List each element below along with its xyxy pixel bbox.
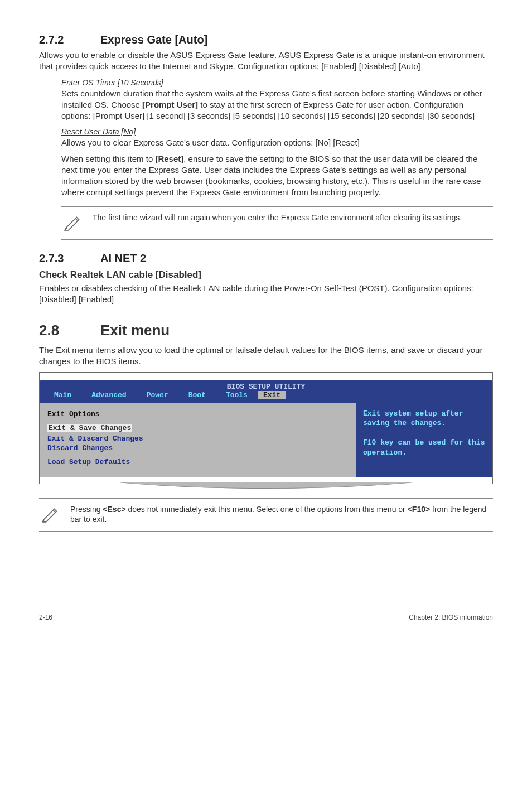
bios-item-discard: Discard Changes [47, 444, 348, 452]
section-heading-28: 2.8Exit menu [39, 322, 493, 339]
bios-tab-power: Power [137, 391, 178, 399]
bios-tabs: Main Advanced Power Boot Tools Exit [40, 391, 492, 403]
note-block-1: The first time wizard will run again whe… [61, 206, 493, 240]
pencil-icon [64, 212, 83, 234]
bios-title: BIOS SETUP UTILITY [40, 380, 492, 391]
enter-os-timer-text: Sets countdown duration that the system … [61, 88, 493, 122]
note-text-2: Pressing <Esc> does not immediately exit… [70, 504, 491, 525]
footer-page-number: 2-16 [39, 613, 52, 621]
section-title-273: AI NET 2 [100, 252, 146, 264]
section-title-28: Exit menu [100, 322, 170, 339]
bios-item-load-defaults: Load Setup Defaults [47, 458, 348, 466]
section-number-28: 2.8 [39, 322, 100, 339]
bios-item-save-changes: Exit & Save Changes [47, 424, 132, 432]
bios-tab-main: Main [44, 391, 81, 399]
reset-user-data-text1: Allows you to clear Express Gate's user … [61, 137, 493, 148]
note2-esc: <Esc> [103, 505, 125, 514]
reset-user-data-text2: When setting this item to [Reset], ensur… [61, 153, 493, 199]
note2-f10: <F10> [408, 505, 430, 514]
bios-tab-boot: Boot [178, 391, 216, 399]
bios-side-panel: Exit system setup after saving the chang… [356, 403, 492, 477]
note-block-2: Pressing <Esc> does not immediately exit… [39, 498, 493, 532]
bios-side-text: Exit system setup after saving the chang… [363, 409, 486, 458]
footer-chapter: Chapter 2: BIOS information [409, 613, 493, 621]
section-intro-28: The Exit menu items allow you to load th… [39, 345, 493, 368]
note2-part-a: Pressing [70, 505, 103, 514]
bios-tab-tools: Tools [216, 391, 258, 399]
bios-item-discard-changes: Exit & Discard Changes [47, 434, 348, 443]
reset-user-data-heading: Reset User Data [No] [61, 127, 493, 136]
reset-bold: [Reset] [155, 154, 183, 163]
page-footer: 2-16 Chapter 2: BIOS information [39, 610, 493, 621]
section-intro-272: Allows you to enable or disable the ASUS… [39, 50, 493, 73]
note-text-1: The first time wizard will run again whe… [93, 212, 462, 223]
pencil-icon [41, 504, 60, 525]
timer-bold-prompt-user: [Prompt User] [142, 100, 198, 109]
bios-tab-exit: Exit [258, 391, 286, 399]
section-number-273: 2.7.3 [39, 252, 100, 265]
bios-screenshot: BIOS SETUP UTILITY Main Advanced Power B… [39, 372, 493, 490]
bios-bottom-curve [40, 482, 492, 490]
bios-exit-options-heading: Exit Options [47, 410, 348, 418]
section-number: 2.7.2 [39, 33, 100, 46]
bios-main-panel: Exit Options Exit & Save Changes Exit & … [40, 403, 356, 477]
enter-os-timer-heading: Enter OS Timer [10 Seconds] [61, 78, 493, 87]
check-realtek-text: Enables or disables checking of the Real… [39, 283, 493, 306]
reset-text-2a: When setting this item to [61, 154, 155, 163]
note2-part-c: does not immediately exit this menu. Sel… [126, 505, 408, 514]
check-realtek-heading: Check Realtek LAN cable [Disabled] [39, 269, 493, 281]
section-heading-273: 2.7.3AI NET 2 [39, 252, 493, 265]
section-heading-272: 2.7.2Express Gate [Auto] [39, 33, 493, 46]
section-title: Express Gate [Auto] [100, 33, 207, 46]
bios-tab-advanced: Advanced [81, 391, 136, 399]
